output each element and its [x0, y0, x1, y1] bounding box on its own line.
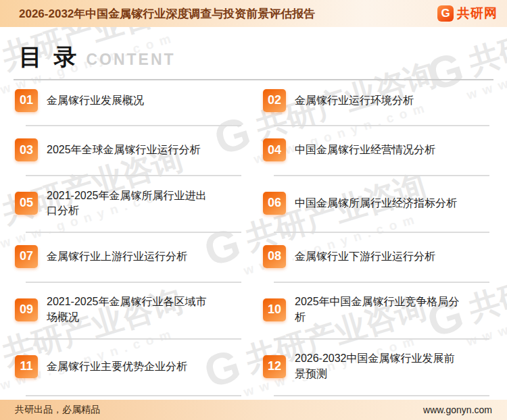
toc-item-number: 08: [263, 245, 286, 268]
toc-item-10[interactable]: 10 2025年中国金属镓行业竞争格局分析: [263, 286, 491, 343]
toc-item-label: 中国金属镓行业经营情况分析: [295, 142, 435, 157]
toc-item-number: 01: [15, 89, 38, 112]
toc-item-label: 金属镓行业发展概况: [47, 93, 144, 108]
toc-item-label: 金属镓行业运行环境分析: [295, 93, 414, 108]
toc-item-03[interactable]: 03 2025年全球金属镓行业运行分析: [15, 130, 243, 179]
toc-item-02[interactable]: 02 金属镓行业运行环境分析: [263, 80, 491, 130]
toc-heading-en: CONTENT: [86, 51, 175, 69]
toc-grid: 01 金属镓行业发展概况 02 金属镓行业运行环境分析 03 2025年全球金属…: [15, 80, 491, 400]
toc-item-label: 金属镓行业主要优势企业分析: [47, 359, 187, 374]
toc-item-label: 中国金属镓所属行业经济指标分析: [295, 196, 457, 211]
toc-item-04[interactable]: 04 中国金属镓行业经营情况分析: [263, 130, 491, 179]
toc-item-label: 金属镓行业下游行业运行分析: [295, 249, 435, 264]
site-logo[interactable]: G 共研网: [437, 5, 498, 22]
toc-heading-cn: 目 录: [19, 42, 79, 73]
toc-item-number: 06: [263, 192, 286, 215]
toc-item-label: 2021-2025年金属镓所属行业进出口分析: [47, 188, 214, 219]
toc-item-label: 金属镓行业上游行业运行分析: [47, 249, 187, 264]
toc-item-number: 03: [15, 138, 38, 161]
toc-item-label: 2021-2025年金属镓行业各区域市场概况: [47, 294, 214, 325]
toc-heading: 目 录 CONTENT: [19, 42, 176, 73]
toc-item-06[interactable]: 06 中国金属镓所属行业经济指标分析: [263, 180, 491, 236]
toc-item-08[interactable]: 08 金属镓行业下游行业运行分析: [263, 236, 491, 286]
header-bar: 2026-2032年中国金属镓行业深度调查与投资前景评估报告 G 共研网: [0, 0, 507, 27]
logo-g-icon: G: [437, 5, 454, 22]
toc-item-01[interactable]: 01 金属镓行业发展概况: [15, 80, 243, 130]
toc-item-05[interactable]: 05 2021-2025年金属镓所属行业进出口分析: [15, 180, 243, 236]
toc-item-label: 2025年中国金属镓行业竞争格局分析: [295, 294, 462, 325]
toc-item-number: 11: [15, 355, 38, 378]
toc-item-07[interactable]: 07 金属镓行业上游行业运行分析: [15, 236, 243, 286]
toc-item-09[interactable]: 09 2021-2025年金属镓行业各区域市场概况: [15, 286, 243, 343]
footer-bar: 共研出品，必属精品 www.gonyn.com: [0, 400, 507, 420]
logo-text: 共研网: [457, 5, 498, 22]
report-toc-page: G共研产业咨询 w w w . g o n y n . c o m G共研产业咨…: [0, 0, 507, 420]
toc-item-number: 07: [15, 245, 38, 268]
toc-item-label: 2026-2032中国金属镓行业发展前景预测: [295, 351, 462, 382]
toc-item-12[interactable]: 12 2026-2032中国金属镓行业发展前景预测: [263, 343, 491, 400]
footer-url[interactable]: www.gonyn.com: [423, 404, 492, 415]
report-title: 2026-2032年中国金属镓行业深度调查与投资前景评估报告: [19, 6, 315, 22]
toc-item-number: 09: [15, 298, 38, 321]
toc-item-label: 2025年全球金属镓行业运行分析: [47, 142, 201, 157]
toc-item-number: 04: [263, 138, 286, 161]
toc-item-number: 05: [15, 192, 38, 215]
toc-item-11[interactable]: 11 金属镓行业主要优势企业分析: [15, 343, 243, 400]
toc-item-number: 12: [263, 355, 286, 378]
toc-item-number: 10: [263, 298, 286, 321]
footer-slogan: 共研出品，必属精品: [15, 404, 100, 416]
toc-item-number: 02: [263, 89, 286, 112]
